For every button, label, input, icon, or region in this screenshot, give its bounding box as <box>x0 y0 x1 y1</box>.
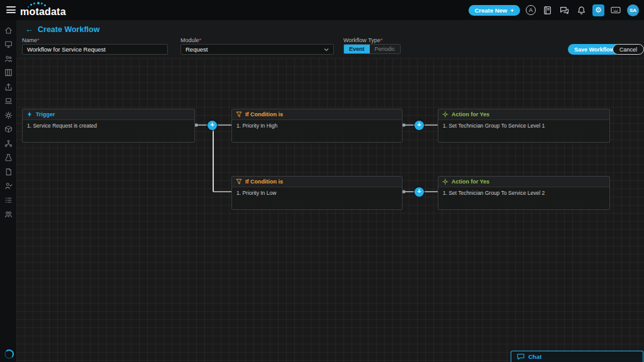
condition-filter-icon <box>236 178 242 185</box>
workflow-type-label: Workflow Type* <box>343 37 382 43</box>
ai-assist-badge[interactable]: A <box>526 5 536 15</box>
topology-icon[interactable] <box>4 139 13 148</box>
condition-node-title: If Condition is <box>245 111 283 118</box>
automation-gear-icon[interactable] <box>4 111 13 119</box>
package-icon[interactable] <box>4 125 13 134</box>
chat-bubble-icon <box>517 353 525 360</box>
chat-label: Chat <box>528 353 541 360</box>
create-new-button[interactable]: Create New + <box>469 5 520 16</box>
user-check-icon[interactable] <box>4 182 13 190</box>
team-icon[interactable] <box>4 210 13 219</box>
trigger-node[interactable]: Trigger 1. Service Request is created <box>22 109 195 143</box>
keyboard-icon[interactable] <box>610 4 621 16</box>
required-mark: * <box>37 37 40 43</box>
settings-gear-icon[interactable]: ⚙ <box>592 4 604 16</box>
condition-node-high[interactable]: If Condition is 1. Priority In High <box>231 109 402 143</box>
event-toggle-button[interactable]: Event <box>344 45 370 53</box>
cancel-button[interactable]: Cancel <box>613 44 644 55</box>
chat-messages-icon[interactable] <box>558 4 570 16</box>
checklist-icon[interactable] <box>4 195 13 204</box>
workflow-name-input[interactable] <box>22 44 168 55</box>
action-node-body: 1. Set Technician Group To Service Level… <box>438 120 609 131</box>
workflow-type-toggle: Event Periodic <box>343 44 401 54</box>
workflow-form-bar: ← Create Workflow Name* Module* Request … <box>16 20 644 58</box>
left-sidebar <box>0 20 16 362</box>
module-label: Module* <box>180 37 201 43</box>
action-node-2[interactable]: Action for Yes 1. Set Technician Group T… <box>438 176 610 210</box>
action-node-title: Action for Yes <box>452 111 489 118</box>
required-mark: * <box>199 37 202 43</box>
add-step-button-1[interactable]: + <box>208 121 217 130</box>
condition-node-title: If Condition is <box>245 178 283 185</box>
periodic-toggle-button[interactable]: Periodic <box>370 45 401 53</box>
user-avatar[interactable]: SA <box>627 4 639 16</box>
plus-icon: + <box>510 7 514 14</box>
notifications-bell-icon[interactable] <box>575 4 587 16</box>
action-node-body: 1. Set Technician Group To Service Level… <box>438 187 609 199</box>
action-node-title: Action for Yes <box>452 178 489 185</box>
laptop-icon[interactable] <box>4 97 13 106</box>
required-mark: * <box>380 37 383 43</box>
document-icon[interactable] <box>4 167 13 176</box>
hamburger-menu-icon[interactable] <box>6 6 16 13</box>
top-header: motadata Create New + A <box>0 0 644 20</box>
chevron-down-icon <box>324 48 329 52</box>
publish-upload-icon[interactable] <box>4 82 13 91</box>
trigger-bolt-icon <box>26 111 33 118</box>
condition-filter-icon <box>236 111 242 118</box>
main-content: ← Create Workflow Name* Module* Request … <box>16 20 644 362</box>
monitor-icon[interactable] <box>4 40 13 49</box>
page-title: ← Create Workflow <box>25 25 99 34</box>
create-new-label: Create New <box>475 7 508 14</box>
trigger-node-title: Trigger <box>36 111 55 118</box>
loading-spinner-icon <box>4 349 14 359</box>
kanban-board-icon[interactable] <box>4 69 13 77</box>
logo-dots-decoration <box>28 2 47 8</box>
condition-node-body: 1. Priority In Low <box>232 187 402 199</box>
beaker-icon[interactable] <box>4 153 13 162</box>
page-title-text: Create Workflow <box>38 25 99 34</box>
name-label: Name* <box>22 37 40 43</box>
action-node-1[interactable]: Action for Yes 1. Set Technician Group T… <box>438 109 610 143</box>
action-gear-icon <box>442 178 448 185</box>
condition-node-low[interactable]: If Condition is 1. Priority In Low <box>231 176 402 210</box>
back-arrow-icon[interactable]: ← <box>25 25 33 34</box>
trigger-node-body: 1. Service Request is created <box>23 120 194 131</box>
add-step-button-2[interactable]: + <box>414 121 424 130</box>
module-select-value: Request <box>186 46 208 53</box>
connector-wires <box>16 58 644 362</box>
chat-bar[interactable]: Chat <box>511 351 643 362</box>
add-step-button-3[interactable]: + <box>414 187 424 197</box>
module-select[interactable]: Request <box>180 44 334 55</box>
home-icon[interactable] <box>4 26 13 35</box>
workflow-canvas[interactable]: Trigger 1. Service Request is created + … <box>16 58 644 362</box>
app-logo: motadata <box>20 4 66 18</box>
condition-node-body: 1. Priority In High <box>232 120 402 131</box>
users-icon[interactable] <box>4 54 13 63</box>
action-gear-icon <box>442 111 448 118</box>
knowledge-book-icon[interactable] <box>541 4 553 16</box>
